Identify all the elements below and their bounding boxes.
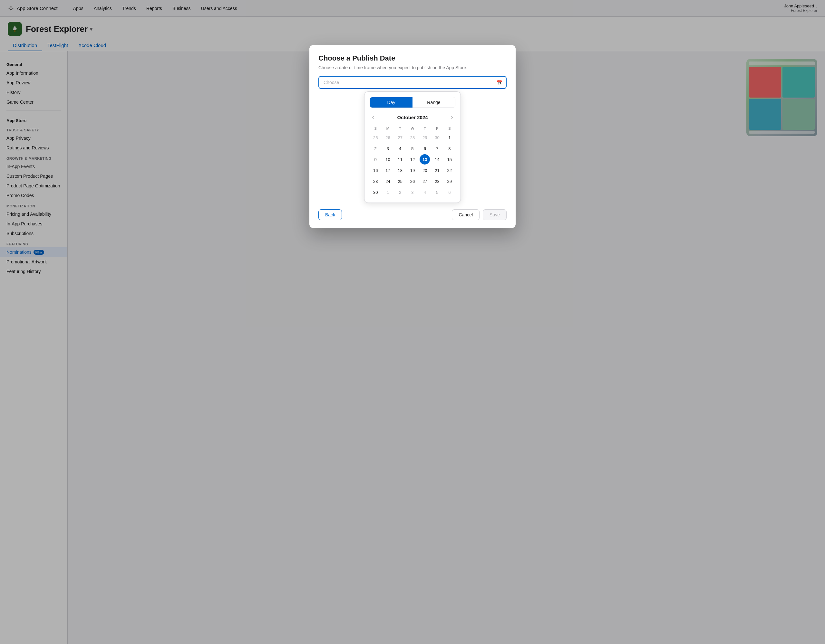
cal-day-2-6[interactable]: 15 — [444, 154, 455, 165]
cancel-button[interactable]: Cancel — [452, 209, 479, 220]
cal-tab-day[interactable]: Day — [370, 97, 412, 108]
cal-day-5-1[interactable]: 1 — [383, 187, 393, 197]
cal-day-2-4[interactable]: 13 — [420, 154, 430, 165]
cal-day-1-2[interactable]: 4 — [395, 143, 405, 154]
cal-day-5-3[interactable]: 3 — [407, 187, 418, 197]
save-button[interactable]: Save — [483, 209, 507, 220]
cal-day-4-1[interactable]: 24 — [383, 176, 393, 186]
modal-overlay: Choose a Publish Date Choose a date or t… — [0, 0, 825, 644]
cal-header-s1: S — [370, 125, 381, 132]
cal-day-4-6[interactable]: 29 — [444, 176, 455, 186]
cal-day-1-0[interactable]: 2 — [370, 143, 381, 154]
cal-header-t1: T — [394, 125, 406, 132]
publish-date-modal: Choose a Publish Date Choose a date or t… — [309, 45, 516, 228]
cal-day-2-2[interactable]: 11 — [395, 154, 405, 165]
cal-day-3-6[interactable]: 22 — [444, 165, 455, 176]
cal-day-5-2[interactable]: 2 — [395, 187, 405, 197]
cal-day-0-0[interactable]: 25 — [370, 132, 381, 143]
cal-day-0-1[interactable]: 26 — [383, 132, 393, 143]
date-input[interactable] — [318, 76, 507, 89]
cal-day-1-3[interactable]: 5 — [407, 143, 418, 154]
cal-day-4-3[interactable]: 26 — [407, 176, 418, 186]
calendar-header: ‹ October 2024 › — [370, 113, 455, 122]
cal-day-2-0[interactable]: 9 — [370, 154, 381, 165]
back-button[interactable]: Back — [318, 209, 342, 220]
cal-day-4-0[interactable]: 23 — [370, 176, 381, 186]
cal-day-0-5[interactable]: 30 — [432, 132, 442, 143]
cal-day-1-6[interactable]: 8 — [444, 143, 455, 154]
cal-day-5-4[interactable]: 4 — [420, 187, 430, 197]
cal-day-3-1[interactable]: 17 — [383, 165, 393, 176]
cal-day-0-3[interactable]: 28 — [407, 132, 418, 143]
cal-day-5-6[interactable]: 6 — [444, 187, 455, 197]
modal-footer-right: Cancel Save — [452, 209, 507, 220]
cal-day-0-6[interactable]: 1 — [444, 132, 455, 143]
cal-day-3-3[interactable]: 19 — [407, 165, 418, 176]
cal-tab-range[interactable]: Range — [412, 97, 455, 108]
calendar-tabs: Day Range — [370, 97, 455, 108]
cal-day-5-5[interactable]: 5 — [432, 187, 442, 197]
calendar-popup: Day Range ‹ October 2024 › S M T W T F S… — [364, 91, 461, 203]
calendar-grid: S M T W T F S 25262728293012345678910111… — [370, 125, 455, 197]
cal-day-4-4[interactable]: 27 — [420, 176, 430, 186]
cal-header-f: F — [431, 125, 443, 132]
modal-title: Choose a Publish Date — [318, 54, 507, 62]
cal-day-2-1[interactable]: 10 — [383, 154, 393, 165]
cal-day-1-1[interactable]: 3 — [383, 143, 393, 154]
cal-day-0-4[interactable]: 29 — [420, 132, 430, 143]
modal-subtitle: Choose a date or time frame when you exp… — [318, 65, 507, 70]
cal-header-w: W — [407, 125, 418, 132]
cal-header-s2: S — [444, 125, 455, 132]
cal-day-4-5[interactable]: 28 — [432, 176, 442, 186]
cal-day-3-0[interactable]: 16 — [370, 165, 381, 176]
cal-day-3-5[interactable]: 21 — [432, 165, 442, 176]
date-input-wrapper: 📅 — [318, 76, 507, 89]
cal-day-3-4[interactable]: 20 — [420, 165, 430, 176]
cal-day-3-2[interactable]: 18 — [395, 165, 405, 176]
cal-prev-button[interactable]: ‹ — [370, 113, 376, 122]
cal-day-4-2[interactable]: 25 — [395, 176, 405, 186]
modal-footer: Back Cancel Save — [318, 209, 507, 220]
cal-day-5-0[interactable]: 30 — [370, 187, 381, 197]
cal-month-year: October 2024 — [397, 115, 428, 120]
cal-header-t2: T — [419, 125, 431, 132]
calendar-icon: 📅 — [496, 80, 503, 86]
cal-day-0-2[interactable]: 27 — [395, 132, 405, 143]
cal-day-2-3[interactable]: 12 — [407, 154, 418, 165]
cal-day-1-5[interactable]: 7 — [432, 143, 442, 154]
cal-day-2-5[interactable]: 14 — [432, 154, 442, 165]
cal-next-button[interactable]: › — [449, 113, 455, 122]
cal-day-1-4[interactable]: 6 — [420, 143, 430, 154]
cal-header-m: M — [382, 125, 394, 132]
